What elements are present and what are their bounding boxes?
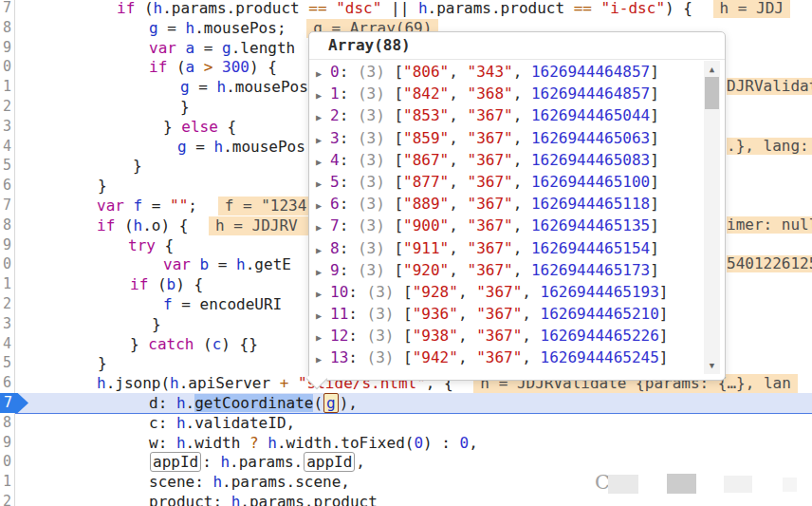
line-number[interactable]: 4 <box>0 137 11 157</box>
code-token: = <box>187 138 214 156</box>
line-number[interactable]: 1 <box>0 274 11 294</box>
row-expand-icon[interactable]: ▶ <box>316 283 330 305</box>
row-expand-icon[interactable]: ▶ <box>316 261 330 283</box>
row-expand-icon[interactable]: ▶ <box>316 216 330 238</box>
popup-row-text: [ <box>385 239 403 257</box>
line-number[interactable]: 1 <box>0 472 11 492</box>
popup-row[interactable]: ▶12: (3) ["938", "367", 1626944465226] <box>309 325 698 347</box>
code-line[interactable]: if (h.params.product == "dsc" || h.param… <box>14 0 812 18</box>
row-expand-icon[interactable]: ▶ <box>316 84 330 106</box>
popup-row-text: , <box>513 216 531 234</box>
hover-variable-box[interactable]: g <box>323 393 339 413</box>
code-token: ) {} <box>221 335 258 353</box>
popup-row-text: 1626944465118 <box>531 195 650 213</box>
line-number[interactable]: 0 <box>0 452 11 472</box>
row-expand-icon[interactable]: ▶ <box>316 151 330 173</box>
code-line[interactable]: d: h.getCoordinate(g), <box>14 393 812 414</box>
code-token: = <box>209 255 236 273</box>
line-number[interactable]: 9 <box>0 38 11 58</box>
popup-row[interactable]: ▶6: (3) ["889", "367", 1626944465118] <box>309 193 698 215</box>
line-number[interactable]: 9 <box>0 235 11 255</box>
popup-row[interactable]: ▶11: (3) ["936", "367", 1626944465210] <box>309 303 698 325</box>
popup-row[interactable]: ▶8: (3) ["911", "367", 1626944465154] <box>309 237 698 259</box>
code-token: g <box>180 78 190 96</box>
popup-row-text: , <box>449 261 467 279</box>
popup-row[interactable]: ▶3: (3) ["859", "367", 1626944465063] <box>309 127 698 149</box>
line-number[interactable]: 9 <box>0 433 11 453</box>
code-token: { <box>156 236 174 254</box>
line-number[interactable]: 7 <box>0 196 11 216</box>
scroll-down-icon[interactable]: ▼ <box>704 360 720 371</box>
popup-row[interactable]: ▶7: (3) ["900", "367", 1626944465135] <box>309 215 698 236</box>
line-number[interactable]: 2 <box>0 294 11 314</box>
code-token: c: <box>149 414 176 432</box>
line-number[interactable]: 7 <box>0 0 11 18</box>
popup-row-text: [ <box>385 261 403 279</box>
popup-row-text: [ <box>385 173 403 191</box>
code-token <box>194 58 204 76</box>
popup-row-text: , <box>522 327 540 345</box>
line-number[interactable]: 0 <box>0 57 11 77</box>
line-number[interactable]: 8 <box>0 18 11 38</box>
row-expand-icon[interactable]: ▶ <box>316 173 330 195</box>
code-line[interactable]: c: h.validateID, <box>14 413 812 433</box>
line-number[interactable]: 6 <box>0 176 11 196</box>
line-number[interactable]: 2 <box>0 97 11 117</box>
line-number[interactable]: 3 <box>0 314 11 334</box>
line-number[interactable]: 0 <box>0 254 11 274</box>
row-expand-icon[interactable]: ▶ <box>316 195 330 216</box>
popup-row[interactable]: ▶4: (3) ["867", "367", 1626944465083] <box>309 149 698 171</box>
row-expand-icon[interactable]: ▶ <box>316 348 330 370</box>
popup-row-text: 4 <box>330 151 340 169</box>
line-number[interactable]: 5 <box>0 156 11 176</box>
selected-token[interactable]: getCoordinate <box>194 394 313 412</box>
line-number-gutter[interactable]: 78901234567890123456789012 <box>0 0 15 506</box>
popup-row[interactable]: ▶5: (3) ["877", "367", 1626944465100] <box>309 171 698 193</box>
line-number[interactable]: 8 <box>0 413 11 433</box>
popup-row-text: 9 <box>330 261 340 279</box>
code-line[interactable]: w: h.width ? h.width.toFixed(0) : 0, <box>14 433 812 453</box>
row-expand-icon[interactable]: ▶ <box>316 239 330 261</box>
popup-row-text: [ <box>385 195 403 213</box>
popup-row-text: "920" <box>403 261 449 279</box>
popup-row[interactable]: ▶13: (3) ["942", "367", 1626944465245] <box>309 347 698 368</box>
popup-row-text: , <box>458 283 476 301</box>
row-expand-icon[interactable]: ▶ <box>316 106 330 128</box>
scroll-up-icon[interactable]: ▲ <box>704 64 720 75</box>
popup-row-text: 1626944465210 <box>541 305 659 323</box>
code-token: ( <box>194 335 212 353</box>
line-number[interactable]: 3 <box>0 117 11 137</box>
row-expand-icon[interactable]: ▶ <box>316 129 330 151</box>
code-token: product: <box>149 493 231 506</box>
popup-row[interactable]: ▶9: (3) ["920", "367", 1626944465173] <box>309 259 698 281</box>
code-token: d: <box>149 394 176 412</box>
token-match-box[interactable]: appId <box>304 452 355 472</box>
popup-row-text: ] <box>650 106 659 124</box>
popup-row[interactable]: ▶1: (3) ["842", "368", 1626944464857] <box>309 83 698 104</box>
code-token: b <box>167 275 176 293</box>
popup-row[interactable]: ▶0: (3) ["806", "343", 1626944464857] <box>309 61 698 83</box>
popup-row-text: , <box>449 63 467 81</box>
popup-row[interactable]: ▶10: (3) ["928", "367", 1626944465193] <box>309 281 698 303</box>
code-line[interactable]: appId: h.params.appId, <box>14 452 812 472</box>
token-match-box[interactable]: appId <box>150 452 201 472</box>
line-number[interactable]: 6 <box>0 373 11 393</box>
line-number[interactable]: 2 <box>0 492 11 506</box>
row-expand-icon[interactable]: ▶ <box>316 305 330 327</box>
line-number[interactable]: 5 <box>0 353 11 373</box>
line-number[interactable]: 1 <box>0 77 11 97</box>
code-token <box>124 197 134 215</box>
scroll-thumb[interactable] <box>705 77 719 109</box>
popup-row-text: , <box>522 283 540 301</box>
line-number[interactable]: 8 <box>0 216 11 235</box>
code-line[interactable]: product: h.params.product <box>14 492 812 506</box>
row-expand-icon[interactable]: ▶ <box>316 63 330 84</box>
popup-scrollbar[interactable]: ▲ ▼ <box>704 61 720 374</box>
line-number[interactable]: 4 <box>0 334 11 354</box>
popup-row-text: 1626944465173 <box>531 261 650 279</box>
row-expand-icon[interactable]: ▶ <box>316 327 330 348</box>
popup-row[interactable]: ▶2: (3) ["853", "367", 1626944465044] <box>309 104 698 126</box>
popup-row-text: : <box>340 195 358 213</box>
popup-row-text: , <box>513 239 531 257</box>
code-token: : <box>202 453 220 471</box>
